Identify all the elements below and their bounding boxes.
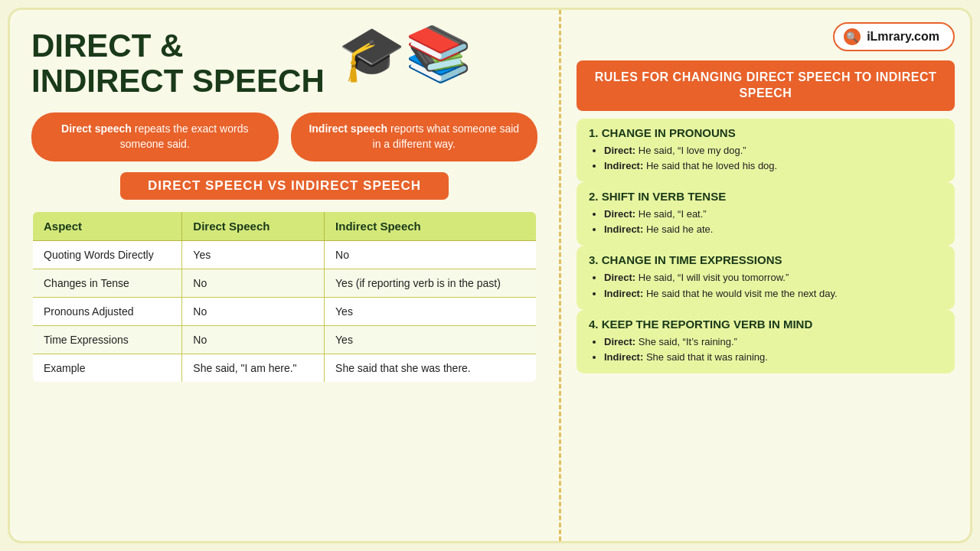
table-row: Quoting Words DirectlyYesNo bbox=[32, 240, 537, 269]
rule-title: 1. CHANGE IN PRONOUNS bbox=[589, 126, 942, 139]
rule-bullet-label: Indirect: bbox=[604, 351, 643, 363]
rule-title: 3. CHANGE IN TIME EXPRESSIONS bbox=[589, 253, 942, 266]
rule-card: 1. CHANGE IN PRONOUNSDirect: He said, “I… bbox=[577, 119, 955, 182]
rule-list-item: Indirect: He said that he would visit me… bbox=[604, 287, 942, 301]
table-header-row: Aspect Direct Speech Indirect Speech bbox=[32, 211, 537, 241]
indirect-speech-definition: Indirect speech reports what someone sai… bbox=[291, 112, 538, 161]
rule-bullet-label: Direct: bbox=[604, 145, 635, 156]
main-title-line1: DIRECT & bbox=[31, 28, 325, 64]
table-cell: Time Expressions bbox=[32, 325, 182, 354]
title-row: DIRECT & INDIRECT SPEECH 🎓📚 bbox=[31, 28, 537, 99]
comparison-table: Aspect Direct Speech Indirect Speech Quo… bbox=[31, 210, 537, 383]
right-header-row: 🔍 iLmrary.com bbox=[577, 22, 955, 51]
rule-bullet-label: Indirect: bbox=[604, 288, 643, 299]
rule-list-item: Indirect: He said he ate. bbox=[604, 223, 942, 236]
rule-bullet-label: Direct: bbox=[604, 208, 635, 220]
rule-title: 2. SHIFT IN VERB TENSE bbox=[589, 190, 942, 203]
col-aspect: Aspect bbox=[32, 211, 182, 241]
table-cell: No bbox=[182, 269, 325, 297]
left-panel: DIRECT & INDIRECT SPEECH 🎓📚 Direct speec… bbox=[10, 10, 561, 541]
table-cell: No bbox=[325, 240, 537, 269]
table-row: Changes in TenseNoYes (if reporting verb… bbox=[32, 269, 537, 297]
graduation-icon: 🎓📚 bbox=[338, 22, 472, 85]
rule-list: Direct: He said, “I will visit you tomor… bbox=[589, 271, 942, 300]
definitions-row: Direct speech repeats the exact words so… bbox=[31, 112, 537, 161]
rule-list: Direct: He said, “I love my dog.”Indirec… bbox=[589, 144, 942, 173]
col-direct-speech: Direct Speech bbox=[182, 211, 325, 241]
direct-speech-definition: Direct speech repeats the exact words so… bbox=[31, 112, 279, 161]
right-panel: 🔍 iLmrary.com RULES FOR CHANGING DIRECT … bbox=[561, 10, 970, 541]
col-indirect-speech: Indirect Speech bbox=[325, 211, 537, 241]
table-cell: Yes bbox=[325, 297, 537, 325]
table-cell: No bbox=[182, 325, 325, 354]
vs-label-row: DIRECT SPEECH VS INDIRECT SPEECH bbox=[31, 172, 537, 200]
rule-list-item: Indirect: He said that he loved his dog. bbox=[604, 159, 942, 173]
rule-list-item: Direct: He said, “I will visit you tomor… bbox=[604, 271, 942, 285]
table-row: Pronouns AdjustedNoYes bbox=[32, 297, 537, 325]
table-cell: Yes bbox=[182, 240, 325, 269]
rule-list: Direct: He said, “I eat.”Indirect: He sa… bbox=[589, 207, 942, 236]
table-cell: Pronouns Adjusted bbox=[32, 297, 182, 325]
rule-card: 3. CHANGE IN TIME EXPRESSIONSDirect: He … bbox=[577, 246, 955, 309]
table-row: ExampleShe said, "I am here."She said th… bbox=[32, 354, 537, 383]
table-body: Quoting Words DirectlyYesNoChanges in Te… bbox=[32, 240, 537, 383]
rule-bullet-label: Indirect: bbox=[604, 223, 643, 235]
site-name: iLmrary.com bbox=[867, 30, 939, 44]
table-cell: No bbox=[182, 297, 325, 325]
table-cell: Example bbox=[32, 354, 182, 383]
direct-speech-text: repeats the exact words someone said. bbox=[120, 122, 249, 150]
direct-speech-bold: Direct speech bbox=[61, 122, 132, 135]
rule-title: 4. KEEP THE REPORTING VERB IN MIND bbox=[589, 318, 942, 331]
rule-bullet-label: Indirect: bbox=[604, 160, 643, 171]
rule-list-item: Direct: He said, “I eat.” bbox=[604, 207, 942, 221]
table-cell: Changes in Tense bbox=[32, 269, 182, 297]
table-cell: She said that she was there. bbox=[325, 354, 537, 383]
rule-list-item: Direct: She said, “It’s raining.” bbox=[604, 335, 942, 349]
rule-list: Direct: She said, “It’s raining.”Indirec… bbox=[589, 335, 942, 364]
rule-card: 2. SHIFT IN VERB TENSEDirect: He said, “… bbox=[577, 182, 955, 246]
search-icon: 🔍 bbox=[844, 28, 861, 45]
indirect-speech-text: reports what someone said in a different… bbox=[373, 122, 520, 150]
table-cell: Quoting Words Directly bbox=[32, 240, 182, 269]
main-title-line2: INDIRECT SPEECH bbox=[31, 64, 325, 99]
main-title-block: DIRECT & INDIRECT SPEECH bbox=[31, 28, 325, 99]
rule-bullet-label: Direct: bbox=[604, 336, 635, 347]
indirect-speech-bold: Indirect speech bbox=[309, 122, 387, 135]
main-container: DIRECT & INDIRECT SPEECH 🎓📚 Direct speec… bbox=[8, 8, 972, 543]
rule-list-item: Direct: He said, “I love my dog.” bbox=[604, 144, 942, 158]
rules-title-box: RULES FOR CHANGING DIRECT SPEECH TO INDI… bbox=[577, 60, 955, 111]
rule-card: 4. KEEP THE REPORTING VERB IN MINDDirect… bbox=[577, 310, 955, 373]
rules-title: RULES FOR CHANGING DIRECT SPEECH TO INDI… bbox=[595, 70, 937, 99]
table-cell: She said, "I am here." bbox=[182, 354, 325, 383]
vs-label: DIRECT SPEECH VS INDIRECT SPEECH bbox=[120, 172, 449, 200]
rule-bullet-label: Direct: bbox=[604, 272, 635, 283]
rules-container: 1. CHANGE IN PRONOUNSDirect: He said, “I… bbox=[577, 119, 955, 374]
rule-list-item: Indirect: She said that it was raining. bbox=[604, 350, 942, 364]
site-badge: 🔍 iLmrary.com bbox=[833, 22, 955, 51]
table-cell: Yes (if reporting verb is in the past) bbox=[325, 269, 537, 297]
table-row: Time ExpressionsNoYes bbox=[32, 325, 537, 354]
table-cell: Yes bbox=[325, 325, 537, 354]
